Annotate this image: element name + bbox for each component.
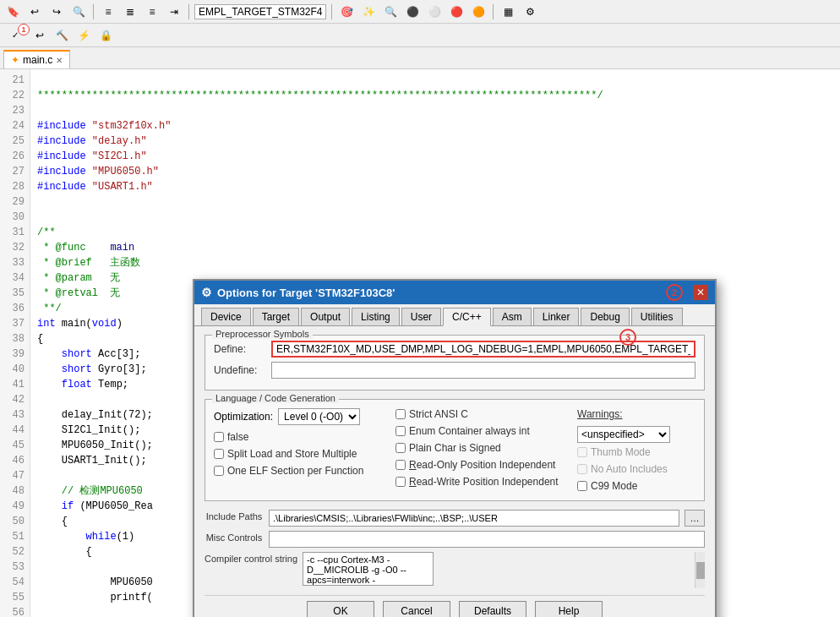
tab-target[interactable]: Target <box>253 308 299 325</box>
tab-icon: ✦ <box>11 54 19 66</box>
thumb-mode-checkbox <box>577 447 587 457</box>
tab-utilities[interactable]: Utilities <box>631 308 683 325</box>
optimization-label: Optimization: <box>214 411 273 423</box>
toolbar2-btn-lock[interactable]: 🔒 <box>96 26 115 45</box>
toolbar-btn-redo[interactable]: ↪ <box>47 3 66 21</box>
toolbar2-btn-flash[interactable]: ⚡ <box>74 26 93 45</box>
strict-ansi-row: Strict ANSI C <box>395 408 564 420</box>
plain-char-row: Plain Char is Signed <box>395 442 564 454</box>
tab-main-c[interactable]: ✦ main.c ✕ <box>3 50 70 68</box>
warnings-select[interactable]: <unspecified> <box>577 426 670 443</box>
misc-controls-label: Misc Controls <box>205 531 264 543</box>
tab-linker[interactable]: Linker <box>533 308 580 325</box>
enum-container-label: Enum Container always int <box>409 425 530 437</box>
editor-area: 2122232425 26272829 303132333435 3637383… <box>0 69 840 617</box>
project-name-display: EMPL_TARGET_STM32F4 <box>194 4 326 19</box>
toolbar-btn-list2[interactable]: ≣ <box>121 3 139 21</box>
toolbar-btn-list[interactable]: ≡ <box>99 3 117 21</box>
preprocessor-label: Preprocessor Symbols <box>212 329 313 339</box>
c99-mode-row: C99 Mode <box>577 480 695 492</box>
toolbar-btn-indent[interactable]: ⇥ <box>165 3 183 21</box>
plain-char-checkbox[interactable] <box>395 443 406 453</box>
options-dialog: ⚙ Options for Target 'STM32F103C8' 2 ✕ D… <box>193 279 717 617</box>
dialog-titlebar: ⚙ Options for Target 'STM32F103C8' 2 ✕ <box>194 281 715 304</box>
optimize-time-checkbox[interactable] <box>214 432 224 442</box>
tab-debug[interactable]: Debug <box>581 308 629 325</box>
tab-bar: ✦ main.c ✕ <box>0 47 840 69</box>
preprocessor-section: Preprocessor Symbols 3 Define: Undefine: <box>205 335 705 390</box>
toolbar-btn-search2[interactable]: 🔍 <box>381 3 400 21</box>
compiler-scrollbar <box>695 552 705 588</box>
toolbar-btn-bookmark[interactable]: 🔖 <box>3 3 22 21</box>
toolbar-btn-find[interactable]: 🔍 <box>69 3 88 21</box>
tab-asm[interactable]: Asm <box>493 308 532 325</box>
one-elf-row: One ELF Section per Function <box>214 465 382 477</box>
dialog-title: Options for Target 'STM32F103C8' <box>217 287 661 299</box>
dialog-icon: ⚙ <box>201 286 212 299</box>
no-auto-includes-row: No Auto Includes <box>577 463 695 475</box>
toolbar2-btn-arrow[interactable]: ↩ <box>30 26 49 45</box>
strict-ansi-label: Strict ANSI C <box>409 408 468 420</box>
dialog-buttons: OK Cancel Defaults Help <box>205 595 705 617</box>
toolbar-btn-target[interactable]: 🎯 <box>337 3 356 21</box>
toolbar-btn-run4[interactable]: 🟠 <box>469 3 488 21</box>
defaults-button[interactable]: Defaults <box>459 601 526 617</box>
include-paths-browse-btn[interactable]: … <box>685 510 705 527</box>
toolbar2-btn-build[interactable]: 🔨 <box>52 26 71 45</box>
thumb-mode-label: Thumb Mode <box>591 446 651 458</box>
warnings-col: Warnings: <unspecified> Thumb Mode <box>577 408 695 494</box>
read-only-row: Read-Only Position Independent <box>395 459 564 471</box>
toolbar-btn-magic[interactable]: ✨ <box>359 3 378 21</box>
compiler-string-container: -c --cpu Cortex-M3 -D__MICROLIB -g -O0 -… <box>303 552 705 588</box>
tab-label: main.c <box>23 54 52 66</box>
separator-2 <box>188 4 189 19</box>
dialog-close-button[interactable]: ✕ <box>693 285 708 300</box>
compiler-string-textarea[interactable]: -c --cpu Cortex-M3 -D__MICROLIB -g -O0 -… <box>303 552 434 586</box>
toolbar-btn-run[interactable]: ⚫ <box>403 3 422 21</box>
enum-container-checkbox[interactable] <box>395 426 406 436</box>
split-load-checkbox[interactable] <box>214 449 224 459</box>
badge-annotation-2: 2 <box>666 284 683 301</box>
separator-3 <box>331 4 332 19</box>
tab-user[interactable]: User <box>401 308 441 325</box>
language-section: Language / Code Generation Optimization:… <box>205 399 705 501</box>
lang-col-middle: Strict ANSI C Enum Container always int … <box>395 408 564 494</box>
c99-mode-label: C99 Mode <box>591 480 637 492</box>
toolbar-btn-run2[interactable]: ⚪ <box>425 3 444 21</box>
tab-output[interactable]: Output <box>301 308 350 325</box>
toolbar2-btn-check[interactable]: ✓ 1 <box>3 26 27 45</box>
cancel-button[interactable]: Cancel <box>383 601 450 617</box>
misc-controls-input[interactable] <box>269 531 705 548</box>
ok-button[interactable]: OK <box>307 601 374 617</box>
separator-1 <box>93 4 94 19</box>
warnings-select-row: <unspecified> <box>577 426 695 443</box>
tab-listing[interactable]: Listing <box>352 308 400 325</box>
enum-container-row: Enum Container always int <box>395 425 564 437</box>
read-write-row: Read-Write Position Independent <box>395 476 564 488</box>
toolbar-btn-arrow[interactable]: ↩ <box>25 3 44 21</box>
split-load-label: Split Load and Store Multiple <box>227 448 357 460</box>
toolbar-btn-settings[interactable]: ⚙ <box>521 3 539 21</box>
tab-close-btn[interactable]: ✕ <box>56 56 63 65</box>
toolbar-top: 🔖 ↩ ↪ 🔍 ≡ ≣ ≡ ⇥ EMPL_TARGET_STM32F4 🎯 ✨ … <box>0 0 840 24</box>
optimization-select[interactable]: Level 0 (-O0) <box>278 408 360 425</box>
warnings-label: Warnings: <box>577 408 695 420</box>
toolbar-btn-list3[interactable]: ≡ <box>143 3 161 21</box>
undefine-label: Undefine: <box>214 364 265 376</box>
one-elf-checkbox[interactable] <box>214 466 224 476</box>
read-only-checkbox[interactable] <box>395 460 406 470</box>
toolbar-btn-run3[interactable]: 🔴 <box>447 3 466 21</box>
undefine-input[interactable] <box>271 362 695 379</box>
read-write-checkbox[interactable] <box>395 477 406 487</box>
separator-4 <box>493 4 494 19</box>
define-label: Define: <box>214 343 265 355</box>
tab-cpp[interactable]: C/C++ <box>443 308 491 326</box>
strict-ansi-checkbox[interactable] <box>395 409 406 419</box>
include-paths-input[interactable] <box>269 510 679 527</box>
c99-mode-checkbox[interactable] <box>577 481 587 491</box>
help-button[interactable]: Help <box>535 601 603 617</box>
toolbar-btn-grid[interactable]: ▦ <box>499 3 517 21</box>
tab-device[interactable]: Device <box>201 308 251 325</box>
optimize-time-label: false <box>227 431 248 443</box>
read-write-label: Read-Write Position Independent <box>409 476 559 488</box>
